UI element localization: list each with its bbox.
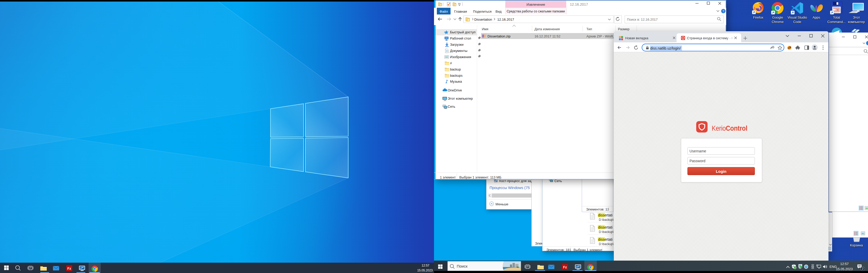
svg-text:Fz: Fz xyxy=(67,267,71,270)
svg-text:Fz: Fz xyxy=(563,265,567,269)
svg-text:?: ? xyxy=(722,9,724,13)
svg-text:64: 64 xyxy=(837,9,839,11)
